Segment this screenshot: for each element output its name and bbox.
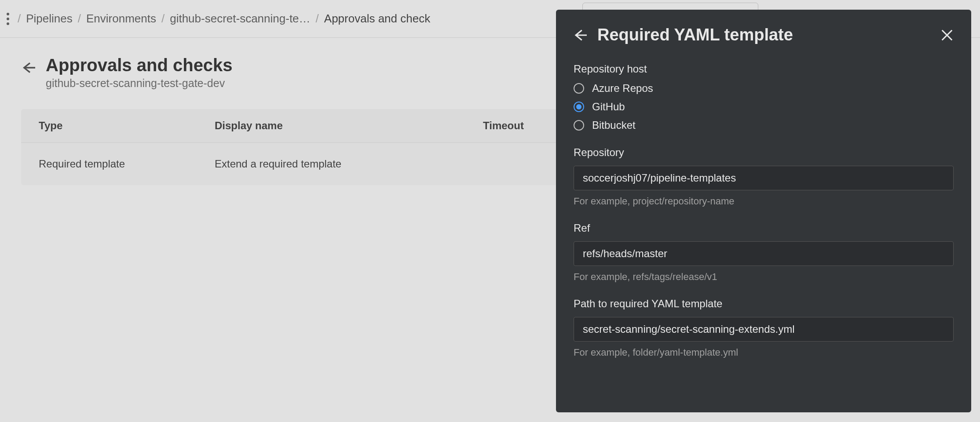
radio-github[interactable]: GitHub (574, 101, 954, 113)
path-helper: For example, folder/yaml-template.yml (574, 347, 954, 358)
radio-label: Azure Repos (592, 82, 653, 95)
path-input[interactable] (574, 317, 954, 342)
breadcrumb-separator: / (18, 12, 21, 25)
table-header-type: Type (39, 120, 215, 132)
breadcrumb-current: Approvals and check (324, 12, 430, 25)
radio-bitbucket[interactable]: Bitbucket (574, 119, 954, 131)
radio-label: Bitbucket (592, 119, 636, 131)
breadcrumb-separator: / (316, 12, 319, 25)
radio-circle-icon (574, 83, 584, 94)
table-cell-type: Required template (39, 158, 215, 170)
repository-input[interactable] (574, 166, 954, 190)
breadcrumb-pipelines[interactable]: Pipelines (26, 12, 73, 25)
yaml-template-panel: Required YAML template Repository host A… (556, 10, 971, 412)
back-arrow-icon[interactable] (21, 61, 35, 75)
ref-label: Ref (574, 222, 954, 234)
panel-body: Repository host Azure Repos GitHub Bitbu… (556, 58, 971, 378)
radio-circle-icon (574, 120, 584, 131)
path-label: Path to required YAML template (574, 298, 954, 310)
repository-label: Repository (574, 146, 954, 159)
repository-host-radio-group: Azure Repos GitHub Bitbucket (574, 82, 954, 131)
page-subtitle: github-secret-scanning-test-gate-dev (46, 77, 233, 90)
panel-title: Required YAML template (597, 25, 930, 44)
table-header-timeout: Timeout (483, 120, 524, 132)
breadcrumb-separator: / (161, 12, 165, 25)
table-cell-display: Extend a required template (215, 158, 483, 170)
radio-label: GitHub (592, 101, 625, 113)
breadcrumb-environments[interactable]: Environments (86, 12, 156, 25)
close-icon[interactable] (940, 29, 954, 42)
panel-header: Required YAML template (556, 10, 971, 58)
repository-helper: For example, project/repository-name (574, 196, 954, 207)
table-header-display: Display name (215, 120, 483, 132)
panel-back-icon[interactable] (574, 29, 587, 42)
ref-helper: For example, refs/tags/release/v1 (574, 271, 954, 283)
page-title: Approvals and checks (46, 55, 233, 75)
radio-circle-icon (574, 102, 584, 112)
repository-host-label: Repository host (574, 63, 954, 75)
kebab-menu-icon[interactable] (4, 10, 12, 28)
page-title-group: Approvals and checks github-secret-scann… (46, 55, 233, 90)
breadcrumb-environment-name[interactable]: github-secret-scanning-te… (170, 12, 310, 25)
breadcrumb-separator: / (78, 12, 81, 25)
ref-input[interactable] (574, 241, 954, 266)
radio-azure-repos[interactable]: Azure Repos (574, 82, 954, 95)
